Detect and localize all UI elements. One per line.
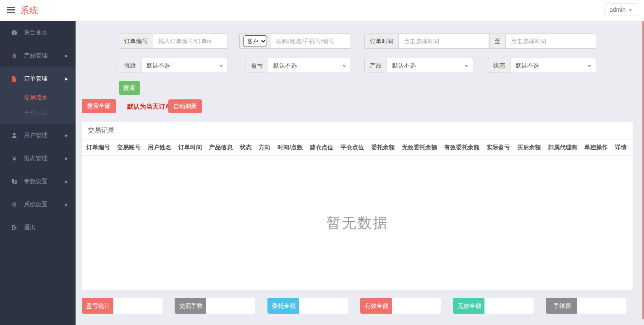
col-header: 建仓点位 — [310, 144, 333, 151]
sidebar-item-settings[interactable]: ⚙ 系统设置 ▶ — [0, 193, 76, 216]
chevron-right-icon: ▶ — [65, 203, 68, 207]
order-file-icon — [10, 75, 18, 82]
sidebar-item-label: 订单管理 — [24, 75, 47, 83]
status-select[interactable]: 默认不选 — [510, 58, 596, 73]
col-header: 订单编号 — [86, 144, 110, 151]
chevron-right-icon: ▶ — [65, 179, 68, 184]
stat-valid-amount: 有效金额 — [360, 298, 441, 314]
bitcoin-icon: ฿ — [10, 52, 18, 60]
sidebar-item-users[interactable]: 用户管理 ▶ — [0, 124, 76, 147]
sidebar-item-label: 后台首页 — [24, 29, 47, 36]
sidebar-item-dashboard[interactable]: 后台首页 — [0, 21, 76, 44]
col-header: 实际盈亏 — [487, 144, 510, 151]
stat-label: 交易手数 — [175, 298, 207, 314]
col-header: 订单时间 — [178, 144, 202, 151]
profit-select[interactable]: 默认不选 — [268, 58, 351, 73]
sidebar-item-label: 产品管理 — [24, 52, 47, 60]
order-no-group: 订单编号 — [119, 34, 228, 49]
updown-select[interactable]: 默认不选 — [141, 58, 228, 73]
order-time-group: 订单时间 至 — [364, 34, 596, 49]
col-header: 归属代理商 — [548, 144, 577, 151]
stat-value — [484, 298, 534, 314]
stat-label: 无效金额 — [453, 298, 486, 314]
col-header: 有效委托余额 — [444, 144, 479, 151]
gears-icon: ⚙ — [10, 201, 18, 208]
col-header: 详情 — [615, 144, 627, 151]
col-header: 用户姓名 — [148, 144, 171, 151]
stat-label: 手续费 — [546, 298, 579, 314]
customer-group: 客户 — [239, 34, 351, 49]
top-header: 系统 admin▼ — [0, 0, 644, 21]
stat-value — [392, 298, 441, 314]
empty-state-text: 暂无数据 — [327, 213, 389, 233]
product-label: 产品 — [364, 58, 387, 73]
sidebar-item-label: 系统设置 — [24, 201, 47, 208]
sidebar: 后台首页 ฿ 产品管理 ▶ 订单管理 ▶ 交易流水 平仓日志 用户管理 ▶ ¥ … — [0, 21, 76, 325]
submenu-label: 平仓日志 — [24, 109, 47, 117]
search-all-button[interactable]: 搜索全部 — [82, 99, 116, 113]
brand-title: 系统 — [20, 5, 39, 16]
stat-value — [577, 298, 626, 314]
chevron-right-icon: ▶ — [65, 156, 68, 161]
col-header: 状态 — [240, 144, 251, 151]
time-from-input[interactable] — [398, 34, 489, 49]
logout-icon — [10, 224, 18, 231]
default-today-note: 默认为当天订单 — [127, 103, 171, 111]
col-header: 买后余额 — [517, 144, 541, 151]
trade-records-panel: 交易记录 订单编号 交易账号 用户姓名 订单时间 产品信息 状态 方向 时间/点… — [82, 122, 633, 290]
auto-refresh-button[interactable]: 自动刷新 — [168, 99, 202, 113]
params-icon — [10, 178, 18, 185]
chevron-right-icon: ▶ — [65, 54, 68, 58]
col-header: 无效委托余额 — [402, 144, 437, 151]
stat-value — [299, 298, 348, 314]
stat-value — [113, 298, 162, 314]
sidebar-subitem-close-log[interactable]: 平仓日志 — [0, 105, 76, 120]
stat-entrust-amount: 委托金额 — [267, 298, 348, 314]
summary-stats-row: 盈亏统计 交易手数 委托金额 有效金额 无效金额 手续费 — [82, 298, 634, 314]
user-dropdown[interactable]: admin▼ — [604, 3, 638, 16]
sidebar-item-label: 报表管理 — [24, 155, 47, 162]
vertical-scrollbar[interactable] — [642, 21, 644, 319]
sidebar-subitem-trade-flow[interactable]: 交易流水 — [0, 90, 76, 105]
table-body-empty: 暂无数据 — [82, 156, 633, 291]
user-name: admin — [610, 6, 626, 13]
customer-type-select[interactable]: 客户 — [243, 35, 267, 47]
caret-down-icon: ▼ — [628, 8, 633, 13]
sidebar-item-orders[interactable]: 订单管理 ▶ — [0, 67, 76, 90]
status-group: 状态 默认不选 ⌄ — [488, 58, 596, 73]
sidebar-item-params[interactable]: 参数设置 ▶ — [0, 170, 76, 193]
updown-group: 涨跌 默认不选 ⌄ — [119, 58, 228, 73]
stat-trade-lots: 交易手数 — [175, 298, 255, 314]
chevron-right-icon: ▶ — [65, 77, 68, 81]
stat-label: 盈亏统计 — [82, 298, 115, 314]
customer-type-addon: 客户 — [239, 34, 271, 49]
order-no-input[interactable] — [153, 34, 228, 49]
submenu-label: 交易流水 — [24, 94, 47, 101]
yen-icon: ¥ — [10, 155, 18, 162]
search-button[interactable]: 搜索 — [119, 81, 140, 95]
col-header: 时间/点数 — [277, 144, 303, 151]
table-header-row: 订单编号 交易账号 用户姓名 订单时间 产品信息 状态 方向 时间/点数 建仓点… — [82, 140, 633, 156]
sidebar-item-products[interactable]: ฿ 产品管理 ▶ — [0, 44, 76, 67]
stat-invalid-amount: 无效金额 — [453, 298, 534, 314]
stat-label: 委托金额 — [267, 298, 300, 314]
updown-label: 涨跌 — [119, 58, 141, 73]
sidebar-group-orders: 订单管理 ▶ 交易流水 平仓日志 — [0, 67, 76, 124]
status-label: 状态 — [488, 58, 510, 73]
panel-title: 交易记录 — [82, 122, 633, 140]
col-header: 平仓点位 — [340, 144, 364, 151]
product-select[interactable]: 默认不选 — [387, 58, 473, 73]
profit-label: 盈亏 — [246, 58, 268, 73]
sidebar-item-label: 用户管理 — [24, 132, 47, 139]
main-content: 订单编号 客户 订单时间 至 涨跌 默认不选 ⌄ 盈亏 默认不选 ⌄ 产品 — [76, 21, 644, 325]
hamburger-menu-icon[interactable] — [7, 7, 15, 13]
sidebar-item-label: 参数设置 — [24, 178, 47, 185]
stat-label: 有效金额 — [360, 298, 393, 314]
order-no-label: 订单编号 — [119, 34, 153, 49]
time-to-input[interactable] — [505, 34, 596, 49]
user-icon — [10, 132, 18, 139]
sidebar-item-logout[interactable]: 退出 — [0, 216, 76, 239]
col-header: 单控操作 — [584, 144, 608, 151]
sidebar-item-reports[interactable]: ¥ 报表管理 ▶ — [0, 147, 76, 170]
customer-input[interactable] — [271, 34, 351, 49]
